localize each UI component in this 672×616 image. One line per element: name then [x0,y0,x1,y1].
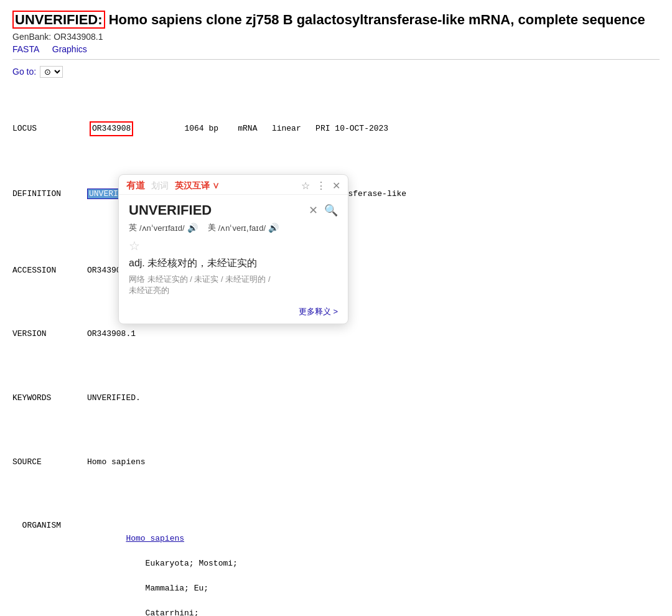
star-icon[interactable]: ☆ [301,180,310,192]
keywords-label: KEYWORDS [12,392,87,404]
genbank-id: GenBank: OR343908.1 [12,32,660,42]
locus-label: LOCUS [12,123,87,135]
keywords-value: UNVERIFIED. [87,392,141,404]
unverified-badge: UNVERIFIED: [12,11,105,29]
links-row: FASTA Graphics [12,44,660,54]
youdao-word-section: UNVERIFIED ✕ 🔍 英 /ʌnˈverɪfaɪd/ 🔊 美 /ʌnˈv… [119,195,348,302]
definition-label: DEFINITION [12,188,87,200]
organism-label: ORGANISM [12,520,87,532]
organism-line: ORGANISM Homo sapiens Eukaryota; Mostomi… [12,520,660,616]
locus-id-box: OR343908 [90,121,133,136]
locus-details: 1064 bp mRNA linear PRI 10-OCT-2023 [136,123,388,135]
youdao-word: UNVERIFIED [129,202,212,218]
youdao-mode[interactable]: 英汉互译 ∨ [175,180,220,192]
youdao-favorite-icon[interactable]: ☆ [129,238,338,253]
more-options-icon[interactable]: ⋮ [316,180,326,192]
version-value: OR343908.1 [87,328,136,340]
title-section: UNVERIFIED: Homo sapiens clone zj758 B g… [12,11,660,54]
phonetic-uk: 英 /ʌnˈverɪfaɪd/ 🔊 [129,222,198,233]
youdao-header-icons: ☆ ⋮ ✕ [301,180,340,192]
youdao-definition: adj. 未经核对的，未经证实的 [129,257,338,270]
phonetic-uk-value: /ʌnˈverɪfaɪd/ [139,223,185,233]
youdao-word-close-icon[interactable]: ✕ [309,203,318,217]
source-label: SOURCE [12,456,87,469]
youdao-logo: 有道 [126,180,145,192]
accession-label: ACCESSION [12,264,87,277]
goto-label: Go to: [12,67,36,77]
youdao-popup: 有道 划词 英汉互译 ∨ ☆ ⋮ ✕ UNVERIFIED ✕ 🔍 英 [118,174,348,324]
goto-bar: Go to: ⊙ [12,66,660,78]
speaker-uk-icon[interactable]: 🔊 [187,223,198,233]
organism-link[interactable]: Homo sapiens [126,534,184,543]
youdao-more-btn[interactable]: 更多释义 > [119,302,348,324]
source-value: Homo sapiens [87,456,146,469]
version-line: VERSION OR343908.1 [12,328,660,340]
youdao-web-def: 网络 未经证实的 / 未证实 / 未经证明的 / 未经证亮的 [129,274,338,296]
goto-select[interactable]: ⊙ [40,66,63,78]
phonetic-us: 美 /ʌnˈverɪˌfaɪd/ 🔊 [208,222,279,233]
page-title: UNVERIFIED: Homo sapiens clone zj758 B g… [12,11,660,29]
fasta-link[interactable]: FASTA [12,44,39,54]
phonetic-us-label: 美 [208,222,216,233]
version-label: VERSION [12,328,87,340]
youdao-phonetics: 英 /ʌnˈverɪfaɪd/ 🔊 美 /ʌnˈverɪˌfaɪd/ 🔊 [129,222,338,233]
phonetic-uk-label: 英 [129,222,137,233]
locus-line: LOCUS OR343908 1064 bp mRNA linear PRI 1… [12,121,660,136]
keywords-line: KEYWORDS UNVERIFIED. [12,392,660,404]
youdao-header: 有道 划词 英汉互译 ∨ ☆ ⋮ ✕ [119,175,348,195]
organism-content: Homo sapiens Eukaryota; Mostomi; Mammali… [87,520,238,616]
source-line: SOURCE Homo sapiens [12,456,660,469]
divider [12,59,660,60]
youdao-header-divider: 划词 [151,180,169,192]
youdao-word-search-icon[interactable]: 🔍 [324,203,338,217]
phonetic-us-value: /ʌnˈverɪˌfaɪd/ [218,223,266,233]
graphics-link[interactable]: Graphics [52,44,87,54]
speaker-us-icon[interactable]: 🔊 [268,223,279,233]
content-area: LOCUS OR343908 1064 bp mRNA linear PRI 1… [12,84,660,616]
close-popup-icon[interactable]: ✕ [332,180,340,192]
